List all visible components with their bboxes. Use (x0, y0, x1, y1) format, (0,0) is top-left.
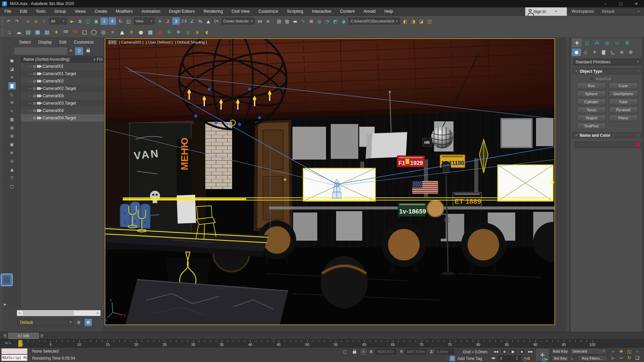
box-button[interactable]: Box (577, 83, 606, 89)
license-plate-black[interactable]: ET 1889 (453, 192, 481, 206)
create-tab[interactable]: + (572, 39, 582, 47)
gold-nugget-icon[interactable]: ◖ (202, 28, 211, 37)
go-to-end-button[interactable]: ▶▶ (527, 348, 535, 355)
hierarchy-view-icon[interactable]: ⊞ (85, 319, 92, 326)
select-and-rotate-icon[interactable]: ↻ (117, 17, 124, 25)
dice-icon[interactable]: ▩ (146, 28, 155, 37)
percent-snap-icon[interactable]: % (197, 17, 204, 25)
select-object-icon[interactable]: ► (68, 17, 76, 25)
pyramid-button[interactable]: Pyramid (609, 107, 638, 113)
maxscript-mini-listener[interactable] (1, 348, 28, 354)
next-frame-arrow[interactable]: > (40, 333, 44, 339)
table-row[interactable]: ⊙Camera002.Target (21, 85, 104, 92)
table-row[interactable]: ⊙Camera001.Target (21, 70, 104, 77)
camera-name[interactable]: Camera002.Target (43, 86, 76, 91)
explorer-name-column-header[interactable]: Name (Sorted Ascending) ▲ Frc (21, 56, 104, 63)
menu-animation[interactable]: Animation (137, 7, 165, 15)
egg-icon[interactable]: ◯ (90, 28, 98, 37)
spinner-snap-icon[interactable]: ▲ (205, 17, 212, 25)
autogrid-checkbox[interactable] (590, 77, 594, 81)
plane-button[interactable]: Plane (609, 115, 638, 121)
sun-icon[interactable]: ☼ (127, 28, 136, 37)
use-pivot-point-icon[interactable]: ✛ (156, 17, 164, 25)
maximize-button[interactable]: ▢ (613, 0, 629, 7)
default-in-out-tangents-icon[interactable]: ∿ (570, 356, 574, 361)
add-time-tag[interactable]: Add Time Tag (458, 356, 482, 361)
torus-button[interactable]: Torus (577, 107, 606, 113)
lock-icon[interactable] (87, 50, 90, 52)
explorer-menu-select[interactable]: Select (15, 40, 35, 45)
auto-key-button[interactable]: Auto Key (551, 348, 569, 354)
menu-create[interactable]: Create (90, 7, 112, 15)
project-folder-dropdown[interactable]: C:\Users\PC\Documents\3ds Max 2020▼ (349, 18, 400, 24)
zoom-all-icon[interactable]: ✥ (617, 348, 625, 355)
cylinder-button[interactable]: Cylinder (577, 99, 606, 105)
menu-edit[interactable]: Edit (15, 7, 32, 15)
reference-coordinate-dropdown[interactable]: View▼ (134, 18, 155, 24)
camera-name[interactable]: Camera001 (43, 64, 64, 69)
teapot-button[interactable]: Teapot (577, 115, 606, 121)
layout-split-icon[interactable]: ▦ (33, 28, 42, 37)
unlink-selection-icon[interactable]: ⊘ (32, 17, 40, 25)
undo-icon[interactable]: ↶ (5, 17, 12, 25)
menu-tools[interactable]: Tools (32, 7, 50, 15)
filter-all-icon[interactable]: ● (8, 57, 16, 64)
select-and-link-icon[interactable]: ∞ (24, 17, 32, 25)
curve-editor-icon[interactable]: ∿ (300, 17, 307, 25)
schematic-view-icon[interactable]: ⊞ (308, 17, 315, 25)
lights-category[interactable]: ☀ (590, 49, 599, 56)
material-editor-icon[interactable]: ◍ (316, 17, 323, 25)
panel-drag-handle[interactable] (0, 38, 3, 332)
object-color-swatch[interactable] (636, 141, 641, 148)
filter-helpers-icon[interactable]: ◺ (8, 90, 16, 98)
menu-content[interactable]: Content (336, 7, 359, 15)
table-row[interactable]: ⊙Camera003 (21, 92, 104, 100)
spacewarps-category[interactable]: ≋ (617, 49, 626, 56)
previous-frame-arrow[interactable]: < (3, 333, 7, 339)
hierarchy-tab[interactable]: ⁂ (592, 39, 602, 47)
clear-search-icon[interactable]: ✕ (69, 48, 72, 53)
toolbar-drag-handle[interactable] (1, 28, 4, 37)
close-button[interactable]: ✕ (629, 0, 644, 7)
next-frame-button[interactable]: ▶ (519, 348, 526, 355)
viewport-pov-menu[interactable]: [ Camera003 ] (119, 40, 144, 44)
filter-materials-icon[interactable]: ◍ (8, 124, 16, 131)
scroll-right-icon[interactable]: > (95, 311, 100, 315)
filter-geometry-icon[interactable]: ▲ (8, 166, 16, 173)
egg-solid-icon[interactable]: ◎ (99, 28, 108, 37)
redo-icon[interactable]: ↷ (13, 17, 20, 25)
play-button[interactable]: ▶ (508, 348, 518, 355)
menu-graph-editors[interactable]: Graph Editors (165, 7, 199, 15)
selection-filter-dropdown[interactable]: All▼ (49, 18, 67, 24)
snap-toggle-3d-icon[interactable]: 3 (172, 17, 180, 25)
visibility-eye-icon[interactable]: ⊙ (33, 86, 36, 91)
toggle-ribbon-icon[interactable]: ▬ (291, 17, 299, 25)
camera-name[interactable]: Camera002 (43, 79, 64, 83)
explorer-menu-edit[interactable]: Edit (56, 40, 70, 45)
table-row[interactable]: ⊙Camera004 (21, 107, 104, 114)
name-and-color-rollout[interactable]: ▼ Name and Color ∷ (573, 132, 642, 138)
filter-shapes-icon[interactable]: ◪ (8, 65, 16, 73)
rectangular-selection-icon[interactable]: ▢ (85, 17, 92, 25)
dolly-icon[interactable]: ⌗ (633, 348, 641, 355)
previous-frame-button[interactable]: ◀ (500, 348, 508, 355)
systems-category[interactable]: ⚙ (626, 49, 635, 56)
menu-file[interactable]: File (0, 7, 15, 15)
use-selection-center-icon[interactable]: ⇩ (101, 17, 108, 25)
toggle-scene-explorer-icon[interactable]: ▤ (275, 17, 283, 25)
foreground-chair[interactable] (321, 256, 368, 308)
sign-in-button[interactable]: Sign In ▼ (525, 7, 567, 16)
explorer-menu-display[interactable]: Display (35, 40, 56, 45)
asset-tracking-icon[interactable]: ◨ (410, 17, 417, 25)
bar-stool[interactable] (425, 200, 446, 239)
docked-panel-icon[interactable] (1, 274, 13, 286)
mirror-icon[interactable]: ⋈ (256, 17, 264, 25)
tube-button[interactable]: Tube (609, 99, 638, 105)
wood-ceiling[interactable] (105, 39, 554, 123)
small-sign[interactable]: HR (423, 138, 432, 146)
cone-button[interactable]: Cone (609, 83, 638, 89)
license-plate-red[interactable]: F1 1929 (397, 156, 425, 167)
teapot-utility-icon[interactable]: ♨ (5, 28, 14, 37)
wooden-door[interactable] (254, 120, 292, 231)
subcategory-dropdown[interactable]: Standard Primitives ▼ (573, 59, 641, 65)
